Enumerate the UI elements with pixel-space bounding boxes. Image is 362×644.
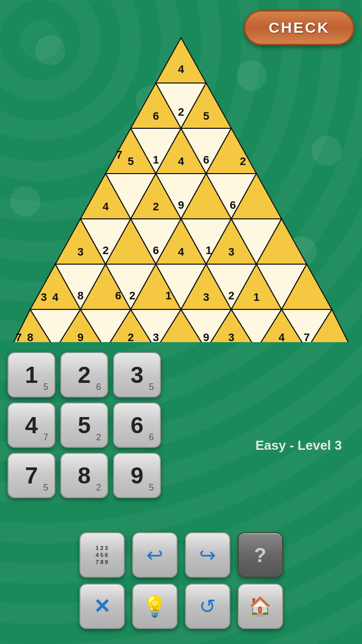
svg-text:4: 4 [279,331,285,342]
undo-button[interactable]: ↩ [132,532,177,578]
clear-icon: ✕ [94,595,111,618]
svg-text:2: 2 [129,289,135,302]
svg-text:4: 4 [178,155,185,168]
svg-text:4: 4 [178,246,185,258]
num-row-3: 75 82 95 [8,453,354,498]
svg-text:9: 9 [203,331,209,342]
svg-text:7: 7 [304,331,310,342]
num-row-1: 15 26 35 [8,352,354,397]
svg-text:8: 8 [27,331,33,342]
svg-text:6: 6 [153,110,159,122]
num-btn-4[interactable]: 47 [8,403,55,448]
hint-icon: 💡 [142,595,167,618]
svg-text:2: 2 [128,331,134,342]
triangle-puzzle[interactable]: 4 6 5 2 5 7 1 4 6 2 4 2 9 [8,15,354,342]
clear-button[interactable]: ✕ [79,584,125,629]
home-button[interactable]: 🏠 [238,584,283,629]
toolbar-bottom-row: ✕ 💡 ↺ 🏠 [79,584,283,629]
toolbar-top-row: 1 2 34 5 67 8 9 ↩ ↪ ? [79,532,283,578]
svg-text:3: 3 [228,331,234,342]
svg-text:1: 1 [253,291,259,303]
cell-r1-1[interactable] [156,38,206,83]
svg-text:2: 2 [103,244,109,257]
bottom-toolbar: 1 2 34 5 67 8 9 ↩ ↪ ? ✕ 💡 ↺ 🏠 [0,532,362,629]
svg-text:6: 6 [230,199,236,211]
svg-text:3: 3 [153,331,159,342]
svg-text:3: 3 [228,246,234,258]
restart-button[interactable]: ↺ [185,584,230,629]
num-grid-icon: 1 2 34 5 67 8 9 [96,544,108,566]
svg-text:8: 8 [77,289,83,302]
num-btn-7[interactable]: 75 [8,453,55,498]
home-icon: 🏠 [249,596,272,617]
svg-text:3: 3 [77,246,83,258]
svg-text:1: 1 [153,153,159,166]
number-buttons-area: 15 26 35 47 52 66 75 82 95 [8,352,354,503]
svg-text:9: 9 [178,199,184,211]
num-btn-1[interactable]: 15 [8,352,55,397]
num-grid-button[interactable]: 1 2 34 5 67 8 9 [79,532,125,578]
svg-text:4: 4 [52,291,59,303]
svg-text:1: 1 [165,289,171,302]
redo-button[interactable]: ↪ [185,532,230,578]
svg-text:2: 2 [240,155,246,168]
svg-text:9: 9 [77,331,83,342]
num-btn-2[interactable]: 26 [60,352,108,397]
svg-text:2: 2 [228,289,234,302]
svg-text:5: 5 [203,110,209,122]
svg-text:5: 5 [128,155,134,168]
level-display: Easy - Level 3 [255,438,342,453]
num-btn-9[interactable]: 95 [113,453,161,498]
svg-text:2: 2 [178,106,184,118]
num-btn-6[interactable]: 66 [113,403,161,448]
redo-icon: ↪ [199,543,216,567]
svg-text:6: 6 [203,153,209,166]
svg-text:7: 7 [116,148,122,161]
num-btn-3[interactable]: 35 [113,352,161,397]
restart-icon: ↺ [199,595,216,618]
num-btn-8[interactable]: 82 [60,453,108,498]
svg-text:2: 2 [153,200,159,213]
svg-text:6: 6 [153,244,159,257]
undo-icon: ↩ [146,543,163,567]
num-btn-5[interactable]: 52 [60,403,108,448]
help-icon: ? [254,544,266,567]
svg-text:4: 4 [103,200,109,213]
svg-text:3: 3 [203,291,209,303]
svg-text:7: 7 [16,331,22,342]
hint-button[interactable]: 💡 [132,584,177,629]
level-text: Easy - Level 3 [255,438,342,453]
puzzle-area: 4 6 5 2 5 7 1 4 6 2 4 2 9 [0,15,362,342]
svg-text:4: 4 [178,63,185,75]
help-button[interactable]: ? [238,532,283,578]
svg-text:6: 6 [115,289,121,302]
svg-text:3: 3 [41,291,47,303]
